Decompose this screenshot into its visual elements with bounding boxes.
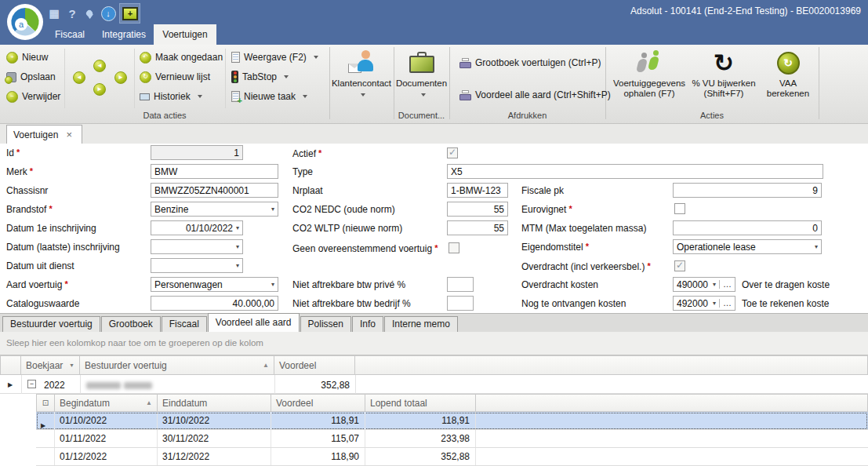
nrplaat-field[interactable] bbox=[447, 183, 508, 198]
weergave-button[interactable]: Weergave (F2) bbox=[231, 50, 318, 64]
column-header-begindatum[interactable]: Begindatum ▲ bbox=[55, 394, 158, 412]
cell-begindatum: 01/11/2022 bbox=[55, 430, 158, 447]
detail-grid-corner[interactable]: ⊡ bbox=[36, 394, 55, 412]
pin-icon[interactable] bbox=[82, 5, 96, 21]
co2-nedc-field[interactable] bbox=[447, 202, 508, 217]
datum-laatste-datepicker[interactable]: ▾ bbox=[151, 239, 243, 254]
ribbon-tab-voertuigen[interactable]: Voertuigen bbox=[154, 24, 216, 45]
adsolut-logo[interactable]: a bbox=[6, 3, 44, 41]
detail-row-2[interactable]: 01/11/2022 30/11/2022 115,07 233,98 bbox=[36, 430, 868, 448]
close-icon[interactable]: × bbox=[66, 129, 72, 140]
tab-info[interactable]: Info bbox=[352, 316, 383, 332]
collapse-group-button[interactable]: − bbox=[27, 380, 36, 388]
voordeel-alle-aard-print-button[interactable]: Voordeel alle aard (Ctrl+Shift+P) bbox=[459, 88, 611, 102]
chevron-down-icon: ▾ bbox=[236, 262, 239, 269]
nieuw-button[interactable]: + Nieuw bbox=[6, 50, 48, 64]
voertuiggegevens-label-line2: ophalen (F7) bbox=[608, 89, 690, 99]
documenten-button[interactable]: Documenten bbox=[394, 49, 449, 99]
chassisnr-field[interactable] bbox=[151, 183, 278, 198]
column-header-lopend-totaal[interactable]: Lopend totaal bbox=[365, 394, 476, 412]
nav-previous-button[interactable]: ◄ bbox=[93, 60, 106, 72]
vu-bijwerken-button[interactable]: ↻ % VU bijwerken (Shift+F7) bbox=[690, 49, 757, 99]
download-icon[interactable]: ↓ bbox=[100, 5, 116, 21]
nieuwe-taak-button[interactable]: + Nieuwe taak bbox=[231, 89, 307, 104]
aard-voertuig-select[interactable]: Personenwagen ▾ bbox=[151, 277, 278, 292]
ribbon-tab-integraties[interactable]: Integraties bbox=[96, 24, 152, 45]
cell-lopend-totaal: 352,88 bbox=[365, 448, 476, 465]
documents-icon bbox=[409, 52, 434, 74]
vaa-berekenen-button[interactable]: ↻ VAA berekenen bbox=[757, 49, 819, 99]
tab-grootboek[interactable]: Grootboek bbox=[101, 316, 161, 332]
nav-last-button[interactable]: ► bbox=[114, 71, 127, 84]
aard-voertuig-value: Personenwagen bbox=[154, 279, 268, 290]
id-field[interactable] bbox=[151, 145, 243, 160]
type-field[interactable] bbox=[447, 164, 823, 179]
datum-1e-datepicker[interactable]: 01/10/2022 ▾ bbox=[151, 220, 243, 235]
vernieuw-lijst-button[interactable]: ↻ Vernieuw lijst bbox=[140, 70, 210, 84]
fiscale-pk-field[interactable] bbox=[673, 183, 822, 198]
titlebar: a ▦ ? ↓ + Adsolut - 100141 (End-2-End Te… bbox=[0, 0, 868, 45]
nav-next-button[interactable]: ► bbox=[93, 83, 106, 96]
printer-paper bbox=[462, 90, 469, 93]
tab-polissen[interactable]: Polissen bbox=[300, 316, 351, 332]
nav-first-button[interactable]: ◄ bbox=[73, 71, 85, 84]
datum-uit-datepicker[interactable]: ▾ bbox=[151, 258, 243, 273]
klantencontact-button[interactable]: Klantencontact bbox=[330, 49, 393, 99]
row-indicator-cell: ▶ bbox=[36, 412, 55, 429]
tab-fiscaal[interactable]: Fiscaal bbox=[162, 316, 207, 332]
new-task-icon: + bbox=[231, 91, 240, 102]
ellipsis-button[interactable]: … bbox=[719, 280, 732, 289]
eurovignet-checkbox[interactable]: ✓ bbox=[674, 203, 685, 214]
tab-bestuurder-voertuig[interactable]: Bestuurder voertuig bbox=[2, 316, 100, 332]
merk-field[interactable] bbox=[151, 164, 278, 179]
group-by-panel[interactable]: Sleep hier een kolomkop naar toe om te g… bbox=[0, 332, 868, 355]
column-header-detail-voordeel[interactable]: Voordeel bbox=[271, 394, 365, 412]
actief-checkbox[interactable]: ✓ bbox=[447, 147, 458, 158]
grootboek-voertuigen-button[interactable]: Grootboek voertuigen (Ctrl+P) bbox=[459, 56, 601, 70]
ribbon-tab-fiscaal[interactable]: Fiscaal bbox=[45, 24, 94, 45]
column-header-boekjaar[interactable]: Boekjaar ▼ bbox=[21, 355, 80, 375]
overdracht-checkbox[interactable]: ✓ bbox=[674, 260, 685, 271]
voertuiggegevens-ophalen-button[interactable]: Voertuiggegevens ophalen (F7) bbox=[608, 49, 690, 99]
voordeel-alle-aard-print-label: Voordeel alle aard (Ctrl+Shift+P) bbox=[475, 89, 611, 100]
person-body bbox=[358, 60, 373, 71]
btw-bedrijf-field[interactable] bbox=[447, 296, 474, 311]
historiek-button[interactable]: Historiek bbox=[140, 89, 202, 104]
tabstop-button[interactable]: TabStop bbox=[231, 70, 289, 84]
nog-te-ontvangen-desc: Toe te rekenen koste bbox=[742, 298, 829, 309]
overdracht-kosten-combo[interactable]: 490000 ▾ … bbox=[673, 277, 735, 292]
column-header-filler bbox=[355, 355, 868, 375]
column-header-bestuurder[interactable]: Bestuurder voertuig ▲ bbox=[80, 355, 274, 375]
tab-voordeel-alle-aard[interactable]: Voordeel alle aard bbox=[208, 313, 300, 332]
traffic-green bbox=[234, 79, 237, 82]
detail-row-3[interactable]: 01/12/2022 31/12/2022 118,90 352,88 bbox=[36, 448, 868, 466]
mtm-field[interactable] bbox=[673, 220, 822, 235]
ellipsis-button[interactable]: … bbox=[719, 299, 732, 308]
eigendomstitel-select[interactable]: Operationele lease ▾ bbox=[673, 239, 822, 254]
datum-laatste-label: Datum (laatste) inschrijving bbox=[6, 242, 120, 253]
svg-text:a: a bbox=[19, 20, 24, 29]
filter-icon[interactable]: ▼ bbox=[69, 362, 74, 368]
tab-interne-memo[interactable]: Interne memo bbox=[384, 316, 458, 332]
nog-te-ontvangen-combo[interactable]: 492000 ▾ … bbox=[673, 296, 735, 311]
btw-bedrijf-label: Niet aftrekbare btw bedrijf % bbox=[292, 298, 411, 309]
opslaan-button[interactable]: Opslaan bbox=[6, 70, 56, 84]
help-icon[interactable]: ? bbox=[67, 5, 78, 21]
verwijder-button[interactable]: − Verwijder bbox=[6, 89, 60, 104]
geen-overeenstemmend-checkbox[interactable]: ✓ bbox=[449, 242, 459, 253]
calculator-icon[interactable]: ▦ bbox=[47, 5, 61, 21]
column-header-voordeel[interactable]: Voordeel bbox=[274, 355, 355, 375]
chevron-down-icon bbox=[314, 56, 318, 59]
column-header-einddatum[interactable]: Einddatum bbox=[158, 394, 271, 412]
cataloguswaarde-field[interactable] bbox=[151, 296, 278, 311]
btw-prive-field[interactable] bbox=[447, 277, 474, 292]
brandstof-select[interactable]: Benzine ▾ bbox=[151, 202, 278, 217]
document-tab-voertuigen[interactable]: Voertuigen × bbox=[6, 125, 82, 144]
customer-contact-icon bbox=[348, 49, 375, 76]
detail-row-1[interactable]: ▶ 01/10/2022 31/10/2022 118,91 118,91 bbox=[36, 412, 868, 430]
maak-ongedaan-button[interactable]: ↶ Maak ongedaan bbox=[140, 50, 223, 64]
vehicle-data-icon bbox=[635, 50, 663, 75]
co2-wltp-field[interactable] bbox=[447, 220, 508, 235]
add-icon[interactable]: + bbox=[122, 5, 138, 21]
traffic-light-icon bbox=[231, 71, 238, 83]
